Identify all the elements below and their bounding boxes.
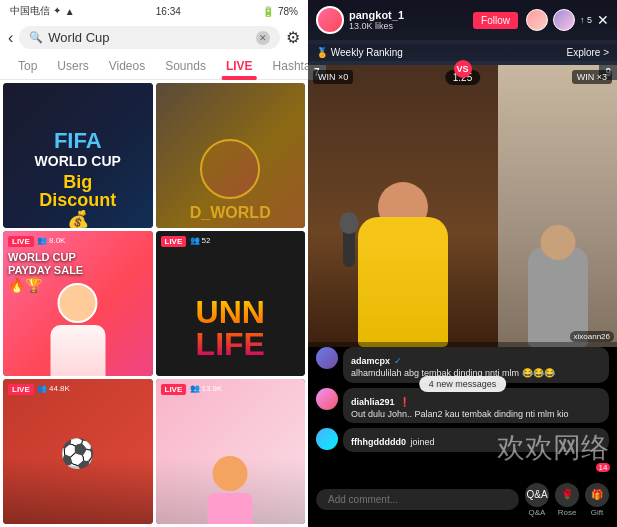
- tab-live[interactable]: LIVE: [216, 53, 263, 79]
- tab-top[interactable]: Top: [8, 53, 47, 79]
- comment-row-2: diahlia291 ❗ Out dulu John.. Palan2 kau …: [316, 388, 609, 424]
- search-bar: ‹ 🔍 World Cup ✕ ⚙: [0, 22, 308, 53]
- qa-action[interactable]: Q&A Q&A: [525, 483, 549, 517]
- viewer-icon3: 👥: [37, 384, 47, 393]
- thumbnail-6: [156, 379, 306, 524]
- status-right: 🔋 78%: [262, 6, 298, 17]
- tab-sounds[interactable]: Sounds: [155, 53, 216, 79]
- mic-head: [340, 212, 358, 234]
- comment-avatar-2: [316, 388, 338, 410]
- tab-videos[interactable]: Videos: [99, 53, 155, 79]
- grid-item-1[interactable]: FIFA WORLD CUP Big Discount 💰 FIFA World…: [3, 83, 153, 228]
- viewer-avatar-1: [526, 9, 548, 31]
- bottom-bar: Q&A Q&A 🌹 Rose 🎁 Gift 14: [308, 472, 617, 527]
- streamer-avatar: [316, 6, 344, 34]
- vs-badge: VS: [454, 60, 472, 78]
- thumbnail-5: ⚽: [3, 379, 153, 524]
- grid-item-2[interactable]: D_WORLD D_WORLD d_world39: [156, 83, 306, 228]
- item-title-4: FIFA World Cup Menang PHONE: [156, 371, 306, 376]
- item-title-1: FIFA World Cup🌏 Big Discount💰: [3, 223, 153, 228]
- main-stream: [308, 65, 498, 347]
- viewer-num: ↑ 5: [580, 15, 592, 25]
- new-messages-pill[interactable]: 4 new messages: [419, 376, 507, 392]
- viewer-avatar-2: [553, 9, 575, 31]
- tab-bar: Top Users Videos Sounds LIVE Hashtags: [0, 53, 308, 80]
- grid-item-3[interactable]: WORLD CUP PAYDAY SALE 🔥🏆 LIVE 👥 8.0K der…: [3, 231, 153, 376]
- grid-item-6[interactable]: LIVE 👥 13.9K: [156, 379, 306, 524]
- rose-action[interactable]: 🌹 Rose: [555, 483, 579, 517]
- comment-username-3: ffhhgddddd0: [351, 437, 406, 447]
- clock: 16:34: [156, 6, 181, 17]
- live-top-bar: pangkot_1 13.0K likes Follow ↑ 5 ✕: [308, 0, 617, 40]
- viewer-count-4: 👥 52: [190, 236, 211, 245]
- qa-icon: Q&A: [525, 483, 549, 507]
- live-badge-3: LIVE: [8, 236, 34, 247]
- grid-item-5[interactable]: ⚽ LIVE 👥 44.8K: [3, 379, 153, 524]
- comment-avatar-1: [316, 347, 338, 369]
- viewer-icon2: 👥: [190, 236, 200, 245]
- comment-text-3: joined: [410, 437, 434, 447]
- close-button[interactable]: ✕: [597, 12, 609, 28]
- viewer-count-6: 👥 13.9K: [190, 384, 223, 393]
- ranking-text: 🏅 Weekly Ranking: [316, 47, 403, 58]
- search-input-wrap[interactable]: 🔍 World Cup ✕: [19, 26, 280, 49]
- live-grid: FIFA WORLD CUP Big Discount 💰 FIFA World…: [0, 80, 308, 527]
- viewer-count-3: 👥 8.0K: [37, 236, 65, 245]
- side-username-tag: xixoann26: [570, 331, 614, 342]
- right-panel: xixoann26 7 9 WIN ×0 WIN ×3 1:25 VS pang…: [308, 0, 617, 527]
- streamer-info: pangkot_1 13.0K likes: [349, 9, 473, 31]
- split-overlay: xixoann26: [308, 65, 617, 347]
- comment-bubble-2: diahlia291 ❗ Out dulu John.. Palan2 kau …: [343, 388, 609, 424]
- microphone: [343, 227, 355, 267]
- back-button[interactable]: ‹: [8, 29, 13, 47]
- left-panel: 中国电信 ✦ ▲ 16:34 🔋 78% ‹ 🔍 World Cup ✕ ⚙ T…: [0, 0, 308, 527]
- thumbnail-1: FIFA WORLD CUP Big Discount 💰: [3, 83, 153, 228]
- gift-action[interactable]: 🎁 Gift 14: [585, 483, 609, 517]
- grid-item-4[interactable]: UNNLIFE LIVE 👥 52 FIFA World Cup Menang …: [156, 231, 306, 376]
- wifi-icon: ▲: [65, 6, 75, 17]
- filter-icon[interactable]: ⚙: [286, 28, 300, 47]
- viewer-icon: 👥: [37, 236, 47, 245]
- watermark: 欢欢网络: [497, 429, 609, 467]
- live-badge-4: LIVE: [161, 236, 187, 247]
- tab-hashtags[interactable]: Hashtags: [263, 53, 308, 79]
- gift-icon: 🎁: [585, 483, 609, 507]
- rose-label: Rose: [558, 508, 577, 517]
- follow-button[interactable]: Follow: [473, 12, 518, 29]
- main-figure-wrap: [308, 65, 498, 347]
- comment-input[interactable]: [316, 489, 519, 510]
- search-icon: 🔍: [29, 31, 43, 44]
- comment-verified-1: ✓: [394, 356, 402, 366]
- live-badge-6: LIVE: [161, 384, 187, 395]
- side-stream: xixoann26: [498, 65, 617, 347]
- top-right-icons: ↑ 5 ✕: [526, 9, 609, 31]
- qa-label: Q&A: [529, 508, 546, 517]
- battery-icon: 🔋: [262, 6, 274, 17]
- gift-label: Gift: [591, 508, 603, 517]
- comment-username-1: adamcpx: [351, 356, 390, 366]
- carrier-text: 中国电信 ✦: [10, 4, 61, 18]
- status-bar: 中国电信 ✦ ▲ 16:34 🔋 78%: [0, 0, 308, 22]
- comment-verified-2: ❗: [399, 397, 410, 407]
- battery-text: 78%: [278, 6, 298, 17]
- status-left: 中国电信 ✦ ▲: [10, 4, 75, 18]
- main-body: [358, 217, 448, 347]
- clear-icon[interactable]: ✕: [256, 31, 270, 45]
- win-badge-left: WIN ×0: [313, 70, 353, 84]
- explore-button[interactable]: Explore >: [566, 47, 609, 58]
- thumbnail-4: UNNLIFE: [156, 231, 306, 376]
- tab-users[interactable]: Users: [47, 53, 98, 79]
- streamer-name: pangkot_1: [349, 9, 473, 21]
- thumbnail-3: WORLD CUP PAYDAY SALE 🔥🏆: [3, 231, 153, 376]
- viewer-icon4: 👥: [190, 384, 200, 393]
- comment-text-2: Out dulu John.. Palan2 kau tembak dindin…: [351, 409, 601, 421]
- weekly-ranking-bar: 🏅 Weekly Ranking Explore >: [308, 44, 617, 61]
- search-query: World Cup: [48, 30, 251, 45]
- comment-avatar-3: [316, 428, 338, 450]
- streamer-likes: 13.0K likes: [349, 21, 473, 31]
- viewer-count-5: 👥 44.8K: [37, 384, 70, 393]
- comment-username-2: diahlia291: [351, 397, 395, 407]
- win-badge-right: WIN ×3: [572, 70, 612, 84]
- rose-icon: 🌹: [555, 483, 579, 507]
- thumbnail-2: D_WORLD: [156, 83, 306, 228]
